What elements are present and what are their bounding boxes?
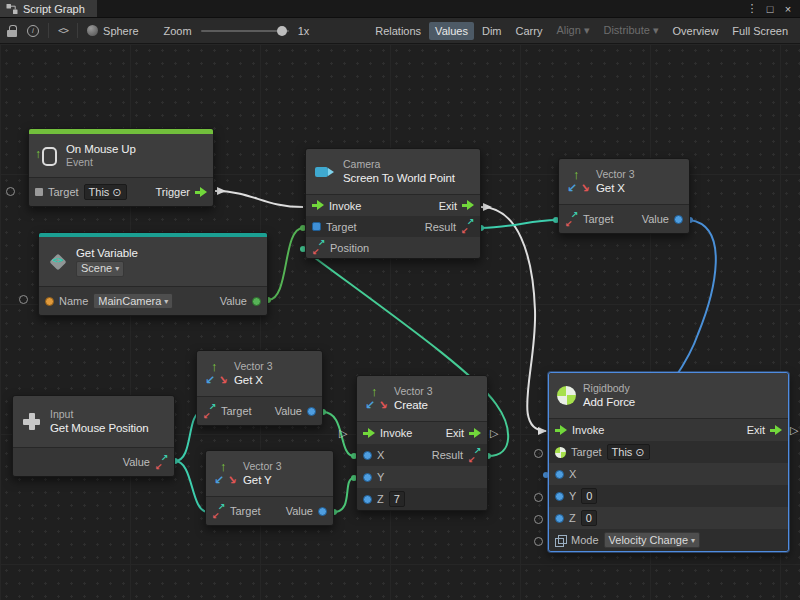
zoom-slider-handle[interactable]	[277, 26, 287, 36]
node-category: Input	[50, 408, 149, 421]
value-output-port[interactable]	[252, 297, 261, 306]
vector3-port[interactable]	[212, 505, 225, 518]
rigidbody-port-icon[interactable]	[555, 447, 566, 458]
rigidbody-icon	[557, 386, 576, 405]
y-value-field[interactable]: 0	[581, 488, 597, 504]
flow-in-port[interactable]	[555, 425, 567, 436]
node-vector3-get-x[interactable]: Vector 3 Get X Target Value	[196, 350, 323, 426]
unconnected-port[interactable]	[534, 515, 543, 524]
chevron-down-icon: ▾	[691, 536, 695, 545]
flow-out-port[interactable]	[770, 425, 782, 436]
unconnected-port[interactable]	[534, 537, 543, 546]
float-output-port[interactable]	[318, 507, 327, 516]
vector3-port[interactable]	[203, 405, 216, 418]
target-self-chip[interactable]: This⊙	[607, 444, 650, 460]
node-on-mouse-up[interactable]: On Mouse Up Event Target This⊙ Trigger	[28, 128, 214, 207]
tab-script-graph[interactable]: Script Graph	[0, 0, 97, 17]
float-port[interactable]	[555, 514, 564, 523]
float-port[interactable]	[363, 451, 372, 460]
port-label: Target	[326, 221, 357, 233]
relations-button[interactable]: Relations	[369, 22, 427, 40]
variable-scope-dropdown[interactable]: Scene▾	[76, 261, 124, 277]
flow-in-port[interactable]	[363, 428, 375, 439]
port-label: Value	[275, 405, 302, 417]
port-label: Target	[221, 405, 252, 417]
node-subtitle: Event	[66, 156, 136, 169]
unconnected-port[interactable]	[534, 493, 543, 502]
graph-icon	[6, 3, 18, 15]
unconnected-flow-port[interactable]: ▷	[490, 428, 498, 439]
node-add-force[interactable]: Rigidbody Add Force Invoke Exit Target T…	[548, 372, 789, 552]
port-label: Value	[220, 295, 247, 307]
node-vector3-get-x[interactable]: Vector 3 Get X Target Value	[558, 158, 690, 234]
float-output-port[interactable]	[307, 407, 316, 416]
lock-icon[interactable]	[6, 24, 18, 38]
target-self-chip[interactable]: This⊙	[84, 184, 127, 200]
node-get-mouse-position[interactable]: Input Get Mouse Position Value	[12, 395, 175, 477]
port-label: Position	[330, 242, 369, 254]
node-vector3-create[interactable]: Vector 3 Create Invoke Exit X Result Y Z…	[356, 375, 488, 511]
enum-port-icon[interactable]	[555, 535, 566, 546]
unconnected-port[interactable]	[19, 295, 28, 304]
node-title: Get Mouse Position	[50, 421, 149, 435]
port-label: Result	[432, 449, 463, 461]
unconnected-port[interactable]	[6, 187, 15, 196]
full-screen-button[interactable]: Full Screen	[726, 22, 794, 40]
port-label: Y	[377, 471, 384, 483]
vector3-port[interactable]	[312, 241, 325, 254]
object-breadcrumb[interactable]: Sphere	[87, 25, 138, 37]
chevron-down-icon: ▾	[584, 24, 590, 36]
distribute-button[interactable]: Distribute ▾	[597, 21, 664, 40]
align-button[interactable]: Align ▾	[550, 21, 595, 40]
flow-out-port[interactable]	[195, 187, 207, 198]
flow-out-port[interactable]	[462, 200, 474, 211]
flow-out-port[interactable]	[469, 428, 481, 439]
float-port[interactable]	[363, 473, 372, 482]
carry-button[interactable]: Carry	[510, 22, 549, 40]
unconnected-flow-port[interactable]: ▷	[790, 425, 798, 436]
window-menu-icon[interactable]: ⋮	[744, 2, 760, 15]
port-label: Invoke	[572, 424, 604, 436]
vector3-port[interactable]	[565, 213, 578, 226]
title-bar: Script Graph ⋮ □ ×	[0, 0, 800, 18]
values-button[interactable]: Values	[429, 22, 474, 40]
port-label: Mode	[571, 534, 599, 546]
zoom-slider[interactable]	[201, 30, 289, 32]
vector3-port[interactable]	[461, 220, 474, 233]
info-icon[interactable]: i	[27, 25, 39, 37]
z-value-field[interactable]: 7	[389, 491, 405, 507]
port-label: X	[569, 468, 576, 480]
z-value-field[interactable]: 0	[581, 510, 597, 526]
node-screen-to-world-point[interactable]: Camera Screen To World Point Invoke Exit…	[305, 148, 481, 259]
node-get-variable[interactable]: Get Variable Scene▾ Name MainCamera▾ Val…	[38, 232, 268, 316]
camera-icon	[314, 161, 336, 183]
node-vector3-get-y[interactable]: Vector 3 Get Y Target Value	[205, 450, 334, 526]
port-label: Invoke	[329, 200, 361, 212]
string-port[interactable]	[45, 297, 54, 306]
camera-target-port[interactable]	[312, 222, 321, 231]
node-title: Create	[394, 398, 433, 412]
close-icon[interactable]: ×	[780, 3, 796, 15]
code-icon[interactable]: <>	[58, 25, 68, 36]
dim-button[interactable]: Dim	[476, 22, 508, 40]
node-title: Get X	[234, 373, 273, 387]
mode-dropdown[interactable]: Velocity Change▾	[604, 532, 701, 548]
unconnected-port[interactable]	[534, 449, 543, 458]
overview-button[interactable]: Overview	[667, 22, 725, 40]
float-output-port[interactable]	[674, 215, 683, 224]
gamepad-icon	[21, 411, 43, 433]
maximize-icon[interactable]: □	[762, 3, 778, 15]
flow-in-port[interactable]	[312, 200, 324, 211]
unconnected-flow-port[interactable]: ▷	[339, 428, 347, 439]
variable-name-dropdown[interactable]: MainCamera▾	[93, 293, 173, 309]
port-label: Invoke	[380, 427, 412, 439]
vector3-output-port[interactable]	[468, 449, 481, 462]
port-label: Exit	[747, 424, 765, 436]
port-label: Y	[569, 490, 576, 502]
float-port[interactable]	[555, 470, 564, 479]
float-port[interactable]	[555, 492, 564, 501]
float-port[interactable]	[363, 495, 372, 504]
node-category: Vector 3	[234, 360, 273, 373]
vector3-output-port[interactable]	[155, 456, 168, 469]
gameobject-port-icon[interactable]	[35, 188, 43, 196]
